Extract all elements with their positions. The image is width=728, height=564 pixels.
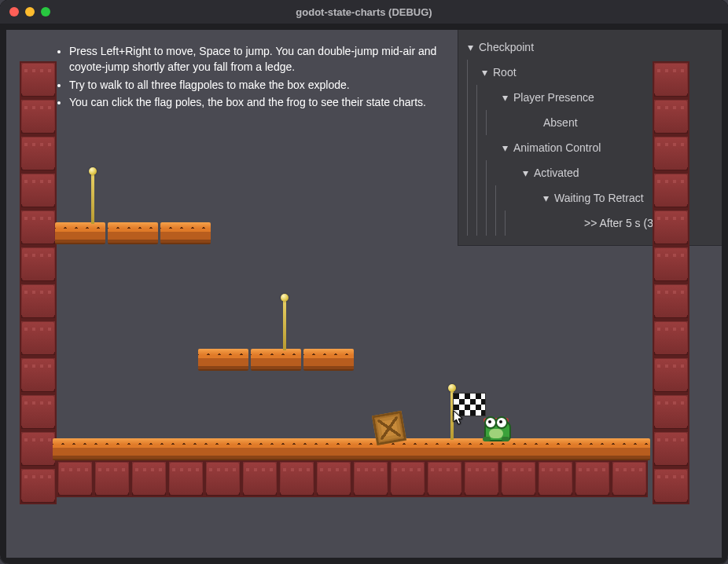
- wall-tile: [20, 320, 57, 357]
- wall-tile: [167, 460, 204, 497]
- close-icon[interactable]: [9, 7, 19, 16]
- chevron-down-icon[interactable]: ▾: [479, 66, 490, 79]
- wall-tile: [653, 209, 689, 246]
- wall-tile: [20, 283, 57, 320]
- wall-tile: [426, 460, 463, 497]
- wall-tile: [20, 61, 57, 98]
- platform: [160, 224, 211, 244]
- flagpole[interactable]: [91, 174, 94, 224]
- game-viewport[interactable]: Press Left+Right to move, Space to jump.…: [0, 24, 728, 564]
- wall-tile: [611, 460, 648, 497]
- window-title: godot-state-charts (DEBUG): [0, 6, 728, 18]
- platform: [251, 350, 301, 371]
- chevron-down-icon[interactable]: ▾: [499, 141, 510, 154]
- wall-tile: [653, 98, 689, 135]
- wall-tile: [94, 460, 131, 497]
- tree-label: Activated: [534, 167, 579, 179]
- chevron-down-icon[interactable]: ▾: [499, 91, 510, 104]
- wall-tile: [20, 394, 57, 430]
- minimize-icon[interactable]: [25, 7, 35, 16]
- wall-tile: [278, 460, 315, 497]
- wall-tile: [574, 460, 611, 497]
- instruction-line: Try to walk to all three flagpoles to ma…: [69, 77, 454, 93]
- wall-tile: [653, 430, 689, 467]
- wall-tile: [315, 460, 352, 497]
- wall-tile: [463, 460, 500, 497]
- wall-tile: [131, 460, 167, 497]
- flagpole[interactable]: [283, 300, 286, 350]
- wall-tile: [57, 460, 94, 497]
- maximize-icon[interactable]: [41, 7, 50, 16]
- instructions-text: Press Left+Right to move, Space to jump.…: [53, 42, 454, 112]
- platform: [198, 350, 248, 371]
- tree-label: Root: [493, 66, 517, 79]
- ground-platform: [53, 440, 650, 460]
- wall-tile: [20, 246, 57, 283]
- wall-tile: [20, 172, 57, 209]
- platform: [303, 350, 354, 371]
- wall-tile: [20, 430, 57, 467]
- wall-tile: [20, 98, 57, 135]
- instruction-line: You can click the flag poles, the box an…: [69, 94, 454, 110]
- wall-tile: [653, 394, 689, 430]
- wall-tile: [537, 460, 574, 497]
- instruction-line: Press Left+Right to move, Space to jump.…: [69, 43, 454, 75]
- wall-tile: [653, 357, 689, 394]
- tree-label: Player Presence: [513, 91, 594, 104]
- titlebar[interactable]: godot-state-charts (DEBUG): [0, 0, 728, 24]
- chevron-down-icon[interactable]: ▾: [465, 41, 476, 53]
- wall-tile: [653, 283, 689, 320]
- wall-tile: [653, 135, 689, 172]
- wall-tile: [653, 172, 689, 209]
- tree-node-checkpoint[interactable]: ▾ Checkpoint: [458, 35, 722, 60]
- wall-tile: [653, 467, 689, 504]
- wall-tile: [20, 209, 57, 246]
- tree-label: Animation Control: [513, 141, 601, 154]
- crate[interactable]: [372, 411, 406, 445]
- platform: [108, 224, 158, 244]
- wall-tile: [653, 61, 689, 98]
- frog-player[interactable]: [481, 415, 511, 440]
- wall-tile: [20, 467, 57, 504]
- wall-tile: [653, 246, 689, 283]
- window-controls: [0, 7, 50, 16]
- tree-label: Absent: [543, 116, 578, 129]
- wall-tile: [20, 357, 57, 394]
- chevron-down-icon[interactable]: ▾: [520, 167, 531, 179]
- chevron-down-icon[interactable]: ▾: [540, 192, 551, 204]
- checkered-flag-icon[interactable]: [454, 394, 485, 416]
- wall-tile: [500, 460, 537, 497]
- tree-label: Checkpoint: [479, 41, 534, 53]
- wall-tile: [352, 460, 389, 497]
- wall-tile: [389, 460, 426, 497]
- wall-tile: [204, 460, 241, 497]
- wall-tile: [241, 460, 278, 497]
- wall-tile: [20, 135, 57, 172]
- wall-tile: [653, 320, 689, 357]
- platform: [55, 224, 105, 244]
- tree-label: Waiting To Retract: [554, 192, 644, 204]
- app-window: godot-state-charts (DEBUG) Press Left+Ri…: [0, 0, 728, 564]
